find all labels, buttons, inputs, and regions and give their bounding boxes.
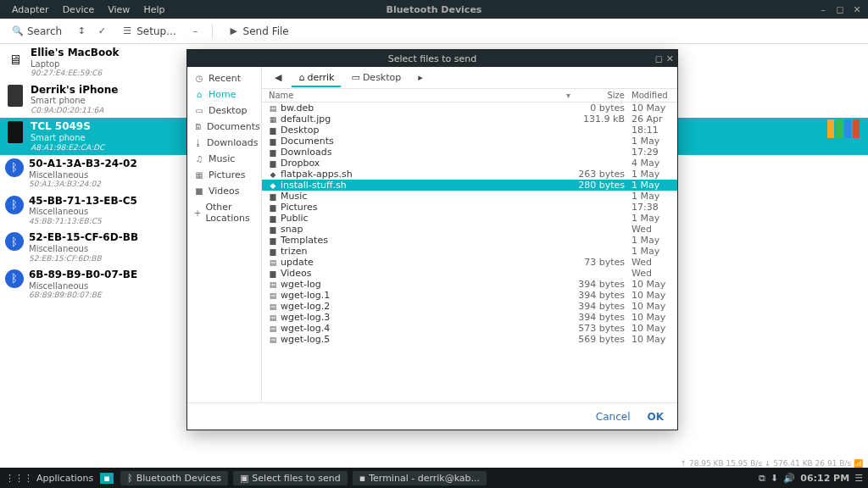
device-name: 52-EB-15-CF-6D-BB (29, 232, 138, 244)
taskbar-entry[interactable]: ᛒBluetooth Devices (120, 471, 228, 485)
file-row[interactable]: ▆Templates1 May (262, 235, 677, 246)
sort-up-down-icon[interactable]: ↕ (75, 25, 87, 36)
file-list[interactable]: ▤bw.deb0 bytes10 May▦default.jpg131.9 kB… (262, 103, 677, 402)
file-row[interactable]: ▆Documents1 May (262, 136, 677, 147)
remove-icon[interactable]: – (190, 25, 202, 36)
file-row[interactable]: ▆Downloads17:29 (262, 147, 677, 158)
dropbox-tray-icon[interactable]: ⧉ (759, 473, 765, 484)
updates-tray-icon[interactable]: ⬇ (771, 473, 778, 484)
file-row[interactable]: ▤wget-log.3394 bytes10 May (262, 312, 677, 323)
dialog-close-icon[interactable]: ✕ (666, 53, 674, 64)
places-item[interactable]: ♫Music (187, 151, 261, 167)
path-segment[interactable]: ⌂derrik (291, 69, 342, 87)
column-name-label[interactable]: Name (269, 91, 294, 100)
device-name: 45-BB-71-13-EB-C5 (29, 196, 137, 208)
column-modified-label[interactable]: Modified (628, 91, 677, 100)
file-modified: 4 May (628, 158, 677, 169)
search-button[interactable]: 🔍 Search (7, 24, 67, 39)
bluetooth-device-list[interactable]: 🖥Ellie's MacBookLaptop90:27:E4:EE:59:C6D… (0, 44, 170, 468)
file-row[interactable]: ◆flatpak-apps.sh263 bytes1 May (262, 169, 677, 180)
volume-tray-icon[interactable]: 🔊 (783, 473, 795, 484)
window-maximize-icon[interactable]: ◻ (834, 4, 846, 15)
file-row[interactable]: ▤bw.deb0 bytes10 May (262, 103, 677, 114)
device-item[interactable]: ᛒ50-A1-3A-B3-24-02Miscellaneous50:A1:3A:… (0, 155, 170, 192)
device-item[interactable]: ᛒ52-EB-15-CF-6D-BBMiscellaneous52:EB:15:… (0, 229, 170, 266)
place-label: Recent (209, 73, 241, 84)
phone-icon (8, 121, 23, 143)
file-type-icon: ▤ (267, 291, 279, 300)
device-item[interactable]: Derrik's iPhoneSmart phoneC0:9A:D0:20:11… (0, 81, 170, 119)
main-toolbar: 🔍 Search ↕ ✓ ☰ Setup... – ▶ Send File (0, 19, 868, 44)
file-row[interactable]: ▤update73 bytesWed (262, 257, 677, 268)
file-row[interactable]: ▦default.jpg131.9 kB26 Apr (262, 114, 677, 125)
path-icon: ◀ (275, 72, 281, 83)
places-sidebar[interactable]: ◷Recent⌂Home▭Desktop🗎Documents⭳Downloads… (187, 67, 262, 402)
menu-view[interactable]: View (101, 4, 136, 15)
file-row[interactable]: ▤wget-log.5569 bytes10 May (262, 334, 677, 345)
file-type-icon: ▤ (267, 280, 279, 289)
taskbar-entry[interactable]: ▪Terminal - derrik@kab... (353, 471, 487, 485)
desktop-switcher-icon[interactable]: ▪ (100, 473, 113, 484)
file-type-icon: ◆ (267, 181, 279, 190)
places-item[interactable]: ⭳Downloads (187, 135, 261, 151)
file-row[interactable]: ▆Public1 May (262, 213, 677, 224)
path-segment[interactable]: ▭Desktop (343, 69, 409, 86)
file-row[interactable]: ▤wget-log.1394 bytes10 May (262, 290, 677, 301)
sort-desc-icon[interactable]: ▾ (566, 91, 570, 100)
file-row[interactable]: ▆VideosWed (262, 268, 677, 279)
file-modified: 1 May (628, 235, 677, 246)
places-item[interactable]: ⌂Home (187, 86, 261, 103)
file-chooser-dialog: Select files to send ◻ ✕ ◷Recent⌂Home▭De… (186, 49, 678, 430)
file-name: Dropbox (279, 158, 576, 169)
file-row[interactable]: ▆Pictures17:38 (262, 202, 677, 213)
file-row[interactable]: ▤wget-log394 bytes10 May (262, 279, 677, 290)
path-segment[interactable]: ▸ (410, 69, 431, 86)
system-tray[interactable]: ⧉ ⬇ 🔊 06:12 PM ☰ (759, 473, 863, 484)
places-item[interactable]: ▭Desktop (187, 103, 261, 119)
file-type-icon: ▆ (267, 137, 279, 146)
check-icon[interactable]: ✓ (96, 25, 108, 36)
file-row[interactable]: ▤wget-log.2394 bytes10 May (262, 301, 677, 312)
taskbar-entry[interactable]: ▣Select files to send (233, 471, 348, 485)
window-minimize-icon[interactable]: – (817, 4, 829, 15)
dialog-titlebar[interactable]: Select files to send ◻ ✕ (187, 50, 677, 67)
device-item[interactable]: ᛒ6B-89-B9-B0-07-BEMiscellaneous6B:89:B9:… (0, 266, 170, 303)
path-segment[interactable]: ◀ (267, 69, 289, 86)
places-item[interactable]: ■Videos (187, 183, 261, 199)
place-icon: ▦ (194, 170, 204, 180)
device-item[interactable]: 🖥Ellie's MacBookLaptop90:27:E4:EE:59:C6 (0, 44, 170, 81)
file-modified: Wed (628, 257, 677, 268)
file-type-icon: ◆ (267, 170, 279, 179)
file-row[interactable]: ◆install-stuff.sh280 bytes1 May (262, 180, 677, 191)
menu-help[interactable]: Help (136, 4, 171, 15)
file-row[interactable]: ▆snapWed (262, 224, 677, 235)
file-row[interactable]: ▆trizen1 May (262, 246, 677, 257)
ok-button[interactable]: OK (648, 411, 665, 423)
user-tray-icon[interactable]: ☰ (854, 473, 863, 484)
places-item[interactable]: ◷Recent (187, 70, 261, 86)
places-item[interactable]: ▦Pictures (187, 167, 261, 183)
file-size: 73 bytes (576, 257, 628, 268)
applications-launcher[interactable]: ⋮⋮⋮ Applications ▪ (5, 473, 114, 484)
send-file-button[interactable]: ▶ Send File (223, 24, 294, 39)
column-size-label[interactable]: Size (576, 91, 628, 100)
file-list-header[interactable]: Name▾ Size Modified (262, 89, 677, 103)
places-item[interactable]: +Other Locations (187, 199, 261, 226)
menu-device[interactable]: Device (56, 4, 102, 15)
device-item[interactable]: ᛒ45-BB-71-13-EB-C5Miscellaneous45:BB:71:… (0, 192, 170, 230)
file-row[interactable]: ▆Dropbox4 May (262, 158, 677, 169)
file-row[interactable]: ▆Music1 May (262, 191, 677, 202)
file-modified: 26 Apr (628, 114, 677, 125)
dialog-maximize-icon[interactable]: ◻ (655, 53, 663, 64)
task-icon: ▣ (240, 473, 248, 484)
window-close-icon[interactable]: ✕ (851, 4, 863, 15)
cancel-button[interactable]: Cancel (596, 411, 631, 423)
file-row[interactable]: ▤wget-log.4573 bytes10 May (262, 323, 677, 334)
menu-adapter[interactable]: Adapter (5, 4, 56, 15)
clock[interactable]: 06:12 PM (800, 473, 849, 484)
file-row[interactable]: ▆Desktop18:11 (262, 125, 677, 136)
setup-button[interactable]: ☰ Setup... (116, 24, 181, 39)
places-item[interactable]: 🗎Documents (187, 119, 261, 135)
path-bar[interactable]: ◀⌂derrik▭Desktop▸ (262, 67, 677, 89)
bluetooth-icon: ᛒ (5, 232, 24, 251)
